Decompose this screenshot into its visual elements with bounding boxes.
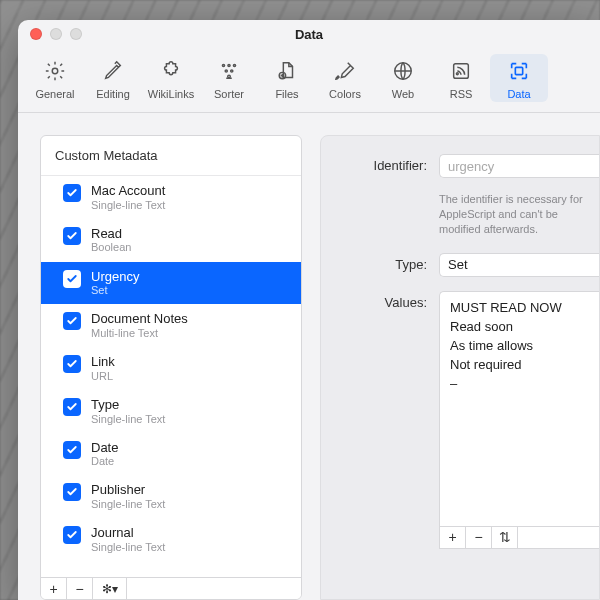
svg-point-0 <box>52 68 58 74</box>
tab-colors[interactable]: Colors <box>316 54 374 102</box>
values-label: Values: <box>339 291 427 310</box>
sorter-icon <box>216 58 242 84</box>
tab-label: Colors <box>329 88 361 100</box>
tab-data[interactable]: Data <box>490 54 548 102</box>
brush-icon <box>332 58 358 84</box>
metadata-row[interactable]: PublisherSingle-line Text <box>41 475 301 518</box>
tab-wikilinks[interactable]: WikiLinks <box>142 54 200 102</box>
tab-label: Web <box>392 88 414 100</box>
identifier-label: Identifier: <box>339 154 427 173</box>
svg-point-1 <box>222 64 224 66</box>
close-window-button[interactable] <box>30 28 42 40</box>
value-item[interactable]: MUST READ NOW <box>450 298 589 317</box>
metadata-actions-menu[interactable]: ✻▾ <box>93 578 127 599</box>
metadata-text: LinkURL <box>91 354 115 383</box>
values-box: MUST READ NOWRead soonAs time allowsNot … <box>439 291 599 549</box>
value-item[interactable]: Read soon <box>450 317 589 336</box>
svg-rect-10 <box>515 67 522 74</box>
metadata-name: Date <box>91 440 118 456</box>
metadata-text: TypeSingle-line Text <box>91 397 165 426</box>
remove-value-button[interactable]: − <box>466 527 492 548</box>
metadata-row[interactable]: Document NotesMulti-line Text <box>41 304 301 347</box>
tab-editing[interactable]: Editing <box>84 54 142 102</box>
metadata-name: Document Notes <box>91 311 188 327</box>
tab-sorter[interactable]: Sorter <box>200 54 258 102</box>
svg-point-3 <box>233 64 235 66</box>
svg-point-5 <box>231 70 233 72</box>
metadata-text: ReadBoolean <box>91 226 131 255</box>
svg-point-2 <box>228 64 230 66</box>
type-select[interactable]: Set <box>439 253 599 277</box>
gear-icon <box>42 58 68 84</box>
metadata-text: UrgencySet <box>91 269 139 298</box>
svg-rect-9 <box>454 64 469 79</box>
tab-rss[interactable]: RSS <box>432 54 490 102</box>
metadata-checkbox[interactable] <box>63 184 81 202</box>
titlebar: Data <box>18 20 600 48</box>
metadata-checkbox[interactable] <box>63 441 81 459</box>
metadata-list[interactable]: Mac AccountSingle-line TextReadBooleanUr… <box>41 176 301 577</box>
metadata-subtype: Boolean <box>91 241 131 254</box>
add-value-button[interactable]: + <box>440 527 466 548</box>
metadata-name: Publisher <box>91 482 165 498</box>
metadata-checkbox[interactable] <box>63 312 81 330</box>
metadata-checkbox[interactable] <box>63 227 81 245</box>
metadata-text: JournalSingle-line Text <box>91 525 165 554</box>
metadata-subtype: Single-line Text <box>91 199 165 212</box>
metadata-subtype: URL <box>91 370 115 383</box>
zoom-window-button[interactable] <box>70 28 82 40</box>
metadata-checkbox[interactable] <box>63 398 81 416</box>
metadata-row[interactable]: ReadBoolean <box>41 219 301 262</box>
tab-label: Sorter <box>214 88 244 100</box>
files-icon <box>274 58 300 84</box>
metadata-checkbox[interactable] <box>63 270 81 288</box>
values-footer: + − ⇅ <box>439 527 599 549</box>
metadata-checkbox[interactable] <box>63 526 81 544</box>
toolbar: General Editing WikiLinks Sorter Files <box>18 48 600 113</box>
metadata-row[interactable]: LinkURL <box>41 347 301 390</box>
add-metadata-button[interactable]: + <box>41 578 67 599</box>
type-label: Type: <box>339 253 427 272</box>
metadata-row[interactable]: TypeSingle-line Text <box>41 390 301 433</box>
minimize-window-button[interactable] <box>50 28 62 40</box>
metadata-text: DateDate <box>91 440 118 469</box>
tab-label: Files <box>275 88 298 100</box>
tab-label: Editing <box>96 88 130 100</box>
value-item[interactable]: As time allows <box>450 336 589 355</box>
detail-panel: Identifier: urgency The identifier is ne… <box>320 135 600 600</box>
metadata-row[interactable]: DateDate <box>41 433 301 476</box>
metadata-subtype: Single-line Text <box>91 498 165 511</box>
tab-label: Data <box>507 88 530 100</box>
metadata-text: PublisherSingle-line Text <box>91 482 165 511</box>
metadata-name: Type <box>91 397 165 413</box>
value-item[interactable]: Not required <box>450 355 589 374</box>
tab-web[interactable]: Web <box>374 54 432 102</box>
value-item[interactable]: – <box>450 374 589 393</box>
metadata-checkbox[interactable] <box>63 483 81 501</box>
metadata-row[interactable]: Mac AccountSingle-line Text <box>41 176 301 219</box>
data-select-icon <box>506 58 532 84</box>
metadata-checkbox[interactable] <box>63 355 81 373</box>
metadata-text: Mac AccountSingle-line Text <box>91 183 165 212</box>
metadata-row[interactable]: JournalSingle-line Text <box>41 518 301 561</box>
values-list[interactable]: MUST READ NOWRead soonAs time allowsNot … <box>439 291 599 527</box>
metadata-subtype: Single-line Text <box>91 413 165 426</box>
tab-general[interactable]: General <box>26 54 84 102</box>
svg-point-4 <box>225 70 227 72</box>
reorder-values-button[interactable]: ⇅ <box>492 527 518 548</box>
metadata-text: Document NotesMulti-line Text <box>91 311 188 340</box>
remove-metadata-button[interactable]: − <box>67 578 93 599</box>
puzzle-icon <box>158 58 184 84</box>
identifier-input[interactable]: urgency <box>439 154 599 178</box>
metadata-row[interactable]: UrgencySet <box>41 262 301 305</box>
metadata-subtype: Multi-line Text <box>91 327 188 340</box>
values-field: Values: MUST READ NOWRead soonAs time al… <box>339 291 599 573</box>
svg-point-6 <box>228 75 231 78</box>
metadata-subtype: Set <box>91 284 139 297</box>
metadata-list-footer: + − ✻▾ <box>41 577 301 599</box>
pencil-icon <box>100 58 126 84</box>
content: Custom Metadata Mac AccountSingle-line T… <box>18 113 600 600</box>
identifier-hint: The identifier is necessary for AppleScr… <box>439 192 599 237</box>
tab-label: RSS <box>450 88 473 100</box>
tab-files[interactable]: Files <box>258 54 316 102</box>
